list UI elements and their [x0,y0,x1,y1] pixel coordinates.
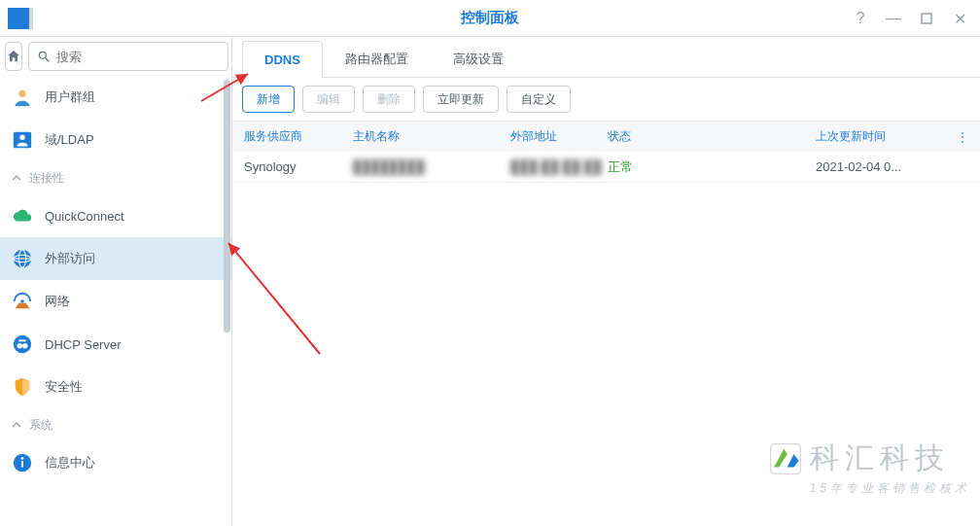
sidebar-item-external-access[interactable]: 外部访问 [0,237,231,280]
users-icon [12,87,33,108]
watermark: 科汇科技 15年专业客销售检核术 [769,438,970,497]
tab-router[interactable]: 路由器配置 [323,41,431,77]
toolbar: 新增 编辑 删除 立即更新 自定义 [232,78,980,121]
info-icon [12,452,33,473]
custom-button[interactable]: 自定义 [507,86,571,113]
help-button[interactable]: ? [844,0,877,37]
sidebar-item-label: 信息中心 [45,454,95,472]
svg-point-5 [19,135,25,141]
svg-point-3 [18,90,25,97]
chevron-up-icon [12,173,21,183]
th-status[interactable]: 状态 [608,128,816,145]
sidebar-item-label: 外部访问 [45,250,95,267]
sidebar-item-dhcp[interactable]: DHCP Server [0,323,231,366]
content-pane: DDNS 路由器配置 高级设置 新增 编辑 删除 立即更新 自定义 服务供应商 … [232,37,980,526]
home-button[interactable] [5,42,22,71]
th-hostname[interactable]: 主机名称 [353,128,510,145]
cell-hostname: ████████ [353,159,510,174]
sidebar-item-users[interactable]: 用户群组 [0,76,231,119]
svg-point-11 [14,335,31,353]
th-updated[interactable]: 上次更新时间 [816,128,951,145]
sidebar-item-security[interactable]: 安全性 [0,366,231,408]
sidebar-item-label: DHCP Server [45,337,122,352]
ldap-icon [12,129,33,151]
svg-line-2 [46,58,50,62]
cell-updated: 2021-02-04 0... [816,159,951,174]
sidebar-item-info-center[interactable]: 信息中心 [0,441,231,484]
sidebar-item-quickconnect[interactable]: QuickConnect [0,194,231,237]
sidebar-scrollbar[interactable] [224,80,230,333]
table-header: 服务供应商 主机名称 外部地址 状态 上次更新时间 ⋮ [232,121,980,152]
window-controls: ? — ✕ [844,0,976,37]
sidebar: 用户群组 域/LDAP 连接性 QuickConnect 外部访问 [0,37,232,526]
dhcp-icon [12,333,33,355]
search-input[interactable] [56,50,220,64]
sidebar-item-label: 安全性 [45,378,83,396]
sidebar-group-connectivity[interactable]: 连接性 [0,161,231,194]
sidebar-item-domain-ldap[interactable]: 域/LDAP [0,119,231,161]
svg-point-16 [21,457,24,460]
tab-advanced[interactable]: 高级设置 [431,41,526,77]
svg-point-13 [22,343,28,349]
add-button[interactable]: 新增 [242,86,295,113]
watermark-logo-icon [769,442,802,475]
th-more-icon[interactable]: ⋮ [951,130,974,144]
sidebar-item-label: 网络 [45,293,70,310]
network-icon [12,291,33,312]
watermark-text: 科汇科技 [810,438,950,478]
table-row[interactable]: Synology ████████ ███.██.██.██ 正常 2021-0… [232,152,980,183]
svg-point-1 [39,52,46,58]
tab-ddns[interactable]: DDNS [242,41,323,77]
cell-provider: Synology [238,159,353,174]
annotation-arrow-icon [223,237,330,364]
cell-status: 正常 [608,159,633,174]
sidebar-item-label: QuickConnect [45,209,124,224]
th-provider[interactable]: 服务供应商 [238,128,353,145]
shield-icon [12,376,33,398]
cell-external: ███.██.██.██ [510,159,608,174]
cloud-icon [12,205,33,227]
svg-rect-19 [770,443,800,473]
close-button[interactable]: ✕ [943,0,976,37]
edit-button[interactable]: 编辑 [302,86,355,113]
svg-line-18 [228,243,320,354]
window-title: 控制面板 [0,9,980,27]
tabs: DDNS 路由器配置 高级设置 [232,37,980,78]
sidebar-item-label: 用户群组 [45,88,95,106]
home-icon [6,49,21,64]
app-icon [8,8,29,29]
update-now-button[interactable]: 立即更新 [423,86,499,113]
globe-icon [12,248,33,269]
sidebar-item-label: 域/LDAP [45,131,94,149]
maximize-button[interactable] [910,0,943,37]
sidebar-item-network[interactable]: 网络 [0,280,231,323]
th-external[interactable]: 外部地址 [510,128,608,145]
minimize-button[interactable]: — [877,0,910,37]
delete-button[interactable]: 删除 [363,86,415,113]
svg-rect-15 [21,461,23,467]
chevron-up-icon [12,420,21,430]
watermark-subtext: 15年专业客销售检核术 [810,480,970,497]
search-icon [37,50,51,63]
sidebar-group-system[interactable]: 系统 [0,408,231,441]
svg-point-12 [18,343,23,349]
search-box[interactable] [28,42,228,71]
svg-point-10 [20,299,24,303]
titlebar: 控制面板 ? — ✕ [0,0,980,37]
svg-rect-0 [922,14,931,23]
